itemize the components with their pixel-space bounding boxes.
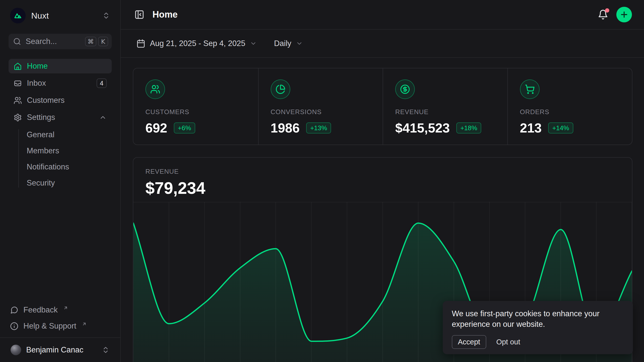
chevrons-up-down-icon [102, 346, 110, 354]
stat-card-customers[interactable]: CUSTOMERS 692 +6% [133, 68, 258, 145]
sidebar-item-settings[interactable]: Settings [9, 110, 112, 125]
sidebar-item-inbox[interactable]: Inbox 4 [9, 76, 112, 90]
user-name: Benjamin Canac [26, 345, 97, 354]
notification-dot [605, 8, 609, 13]
search-icon [13, 37, 21, 46]
stat-value: 692 [145, 120, 167, 135]
calendar-icon [136, 39, 145, 48]
workspace-name: Nuxt [31, 11, 97, 21]
stat-value: 1986 [271, 120, 300, 135]
workspace-selector[interactable]: Nuxt [9, 7, 112, 25]
users-icon [14, 96, 22, 105]
chevron-down-icon [296, 40, 303, 47]
user-menu[interactable]: Benjamin Canac [9, 342, 112, 358]
search-shortcut: ⌘ K [85, 37, 108, 46]
users-icon [145, 79, 165, 99]
cookie-optout-button[interactable]: Opt out [496, 338, 520, 346]
sidebar-item-label: Settings [27, 113, 94, 122]
sidebar-nav: Home Inbox 4 Customers [9, 59, 112, 190]
inbox-icon [14, 79, 22, 87]
message-circle-icon [10, 306, 18, 314]
stat-label: CONVERSIONS [271, 108, 383, 116]
revenue-chart-header: REVENUE $79,234 [133, 158, 632, 198]
stats-row: CUSTOMERS 692 +6% CONVERSIONS 1986 [133, 68, 632, 145]
user-section: Benjamin Canac [0, 337, 120, 362]
sidebar-footer: Feedback Help & Support [9, 303, 112, 337]
arrow-up-right-icon [82, 322, 87, 327]
plus-icon [620, 10, 629, 19]
sidebar: Nuxt Search... ⌘ K [0, 0, 121, 362]
feedback-link[interactable]: Feedback [9, 303, 112, 317]
feedback-label: Feedback [23, 305, 58, 314]
sidebar-collapse-button[interactable] [133, 8, 146, 21]
chart-title: REVENUE [145, 168, 620, 175]
stat-label: ORDERS [520, 108, 632, 116]
sidebar-item-notifications[interactable]: Notifications [27, 160, 112, 174]
date-range-picker[interactable]: Aug 21, 2025 - Sep 4, 2025 [133, 36, 260, 51]
granularity-value: Daily [274, 39, 291, 48]
kbd-command: ⌘ [85, 37, 96, 46]
filter-bar: Aug 21, 2025 - Sep 4, 2025 Daily [121, 30, 644, 58]
stat-label: CUSTOMERS [145, 108, 258, 116]
stat-value: 213 [520, 120, 542, 135]
app-root: Nuxt Search... ⌘ K [0, 0, 644, 362]
info-icon [10, 322, 18, 330]
sidebar-item-members[interactable]: Members [27, 144, 112, 158]
stat-card-revenue[interactable]: REVENUE $415,523 +18% [383, 68, 507, 145]
cookie-accept-button[interactable]: Accept [452, 335, 486, 349]
granularity-select[interactable]: Daily [270, 36, 306, 51]
stat-label: REVENUE [395, 108, 507, 116]
stat-card-orders[interactable]: ORDERS 213 +14% [507, 68, 632, 145]
help-support-link[interactable]: Help & Support [9, 319, 112, 333]
chevron-up-icon [99, 114, 107, 121]
kbd-k: K [98, 37, 108, 46]
cookie-message: We use first-party cookies to enhance yo… [452, 308, 624, 330]
stat-delta-badge: +14% [548, 122, 573, 133]
notifications-button[interactable] [596, 8, 610, 21]
avatar [11, 345, 21, 355]
help-support-label: Help & Support [23, 322, 76, 331]
chevron-down-icon [250, 40, 257, 47]
panel-left-close-icon [134, 10, 144, 20]
pie-chart-icon [271, 79, 290, 99]
sidebar-item-customers[interactable]: Customers [9, 93, 112, 108]
page-header: Home [121, 0, 644, 30]
page-title: Home [152, 9, 178, 20]
gear-icon [14, 113, 22, 122]
stat-card-conversions[interactable]: CONVERSIONS 1986 +13% [258, 68, 383, 145]
circle-dollar-icon [395, 79, 415, 99]
stat-delta-badge: +13% [306, 122, 331, 133]
nuxt-logo-icon [10, 8, 26, 23]
search-input[interactable]: Search... ⌘ K [9, 34, 112, 49]
sidebar-item-security[interactable]: Security [27, 176, 112, 190]
shopping-cart-icon [520, 79, 540, 99]
settings-subnav: General Members Notifications Security [9, 128, 112, 190]
chevrons-up-down-icon [102, 12, 110, 20]
cookie-banner: We use first-party cookies to enhance yo… [443, 301, 633, 354]
inbox-count-badge: 4 [97, 78, 107, 88]
stat-value: $415,523 [395, 120, 450, 135]
search-placeholder: Search... [26, 37, 80, 46]
sidebar-item-home[interactable]: Home [9, 59, 112, 73]
sidebar-item-label: Customers [27, 96, 107, 105]
chart-headline-value: $79,234 [145, 178, 620, 198]
add-button[interactable] [616, 7, 632, 22]
stat-delta-badge: +18% [456, 122, 481, 133]
arrow-up-right-icon [63, 305, 68, 310]
date-range-value: Aug 21, 2025 - Sep 4, 2025 [150, 39, 245, 48]
stat-delta-badge: +6% [174, 122, 195, 133]
sidebar-item-general[interactable]: General [27, 128, 112, 142]
sidebar-item-label: Home [27, 62, 107, 71]
home-icon [14, 62, 22, 70]
sidebar-item-label: Inbox [27, 79, 92, 88]
